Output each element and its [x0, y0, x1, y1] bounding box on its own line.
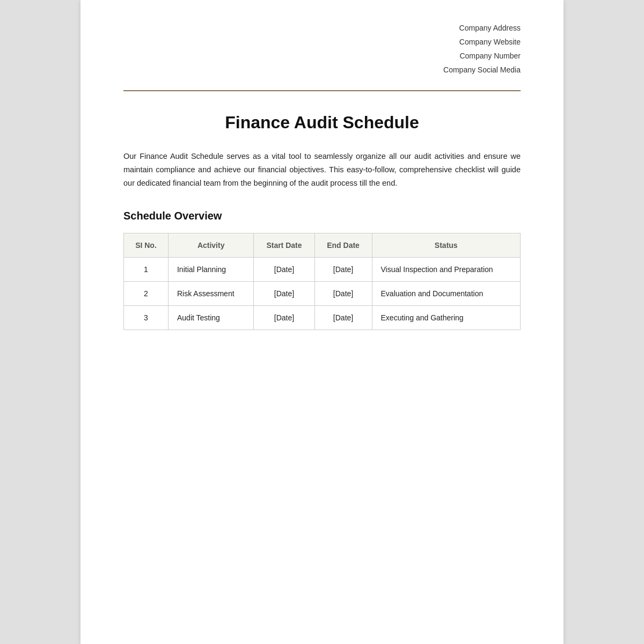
cell-si-no: 1 [124, 257, 169, 281]
schedule-overview-heading: Schedule Overview [123, 210, 521, 222]
document-title: Finance Audit Schedule [123, 113, 521, 133]
cell-status: Executing and Gathering [372, 305, 520, 330]
table-row: 2Risk Assessment[Date][Date]Evaluation a… [124, 281, 521, 305]
cell-start-date: [Date] [254, 257, 314, 281]
cell-activity: Initial Planning [168, 257, 253, 281]
company-website: Company Website [443, 35, 521, 49]
cell-si-no: 3 [124, 305, 169, 330]
cell-activity: Risk Assessment [168, 281, 253, 305]
col-header-si-no: SI No. [124, 233, 169, 257]
cell-end-date: [Date] [314, 257, 372, 281]
company-address: Company Address [443, 21, 521, 35]
cell-si-no: 2 [124, 281, 169, 305]
intro-paragraph: Our Finance Audit Schedule serves as a v… [123, 150, 521, 191]
company-number: Company Number [443, 49, 521, 63]
table-header-row: SI No. Activity Start Date End Date Stat… [124, 233, 521, 257]
cell-status: Visual Inspection and Preparation [372, 257, 520, 281]
col-header-status: Status [372, 233, 520, 257]
cell-start-date: [Date] [254, 281, 314, 305]
header-divider [123, 90, 521, 91]
cell-end-date: [Date] [314, 305, 372, 330]
cell-start-date: [Date] [254, 305, 314, 330]
table-row: 3Audit Testing[Date][Date]Executing and … [124, 305, 521, 330]
company-info: Company Address Company Website Company … [443, 21, 521, 77]
company-social-media: Company Social Media [443, 63, 521, 77]
cell-end-date: [Date] [314, 281, 372, 305]
header-section: Company Address Company Website Company … [123, 21, 521, 86]
col-header-end-date: End Date [314, 233, 372, 257]
table-row: 1Initial Planning[Date][Date]Visual Insp… [124, 257, 521, 281]
col-header-start-date: Start Date [254, 233, 314, 257]
cell-status: Evaluation and Documentation [372, 281, 520, 305]
col-header-activity: Activity [168, 233, 253, 257]
cell-activity: Audit Testing [168, 305, 253, 330]
document-page: Company Address Company Website Company … [80, 0, 564, 644]
schedule-table: SI No. Activity Start Date End Date Stat… [123, 233, 521, 330]
